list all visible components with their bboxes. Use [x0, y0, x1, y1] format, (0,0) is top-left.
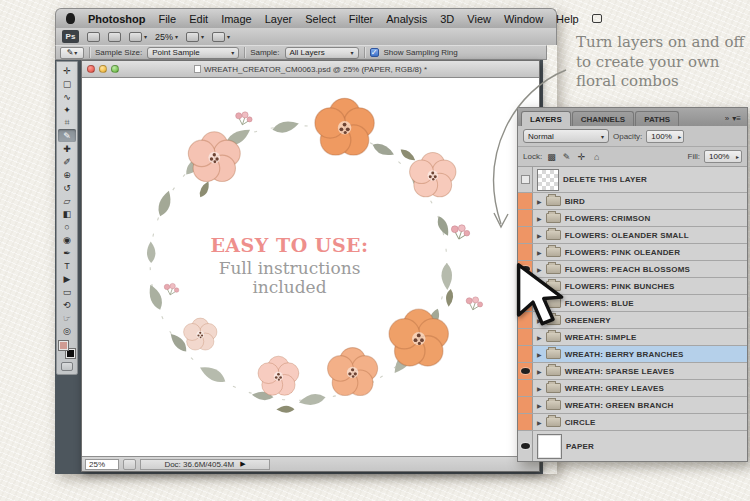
menu-layer[interactable]: Layer	[265, 13, 293, 25]
mini-bridge-icon[interactable]	[108, 32, 121, 42]
layer-row[interactable]: ▶FLOWERS: PINK BUNCHES	[518, 278, 747, 295]
menu-analysis[interactable]: Analysis	[386, 13, 427, 25]
tab-paths[interactable]: PATHS	[635, 111, 679, 126]
visibility-toggle[interactable]	[518, 244, 533, 260]
layer-row[interactable]: ▶GREENERY	[518, 312, 747, 329]
disclosure-triangle-icon[interactable]: ▶	[537, 266, 542, 273]
disclosure-triangle-icon[interactable]: ▶	[537, 300, 542, 307]
menu-edit[interactable]: Edit	[189, 13, 208, 25]
menu-file[interactable]: File	[158, 13, 176, 25]
menu-window[interactable]: Window	[504, 13, 543, 25]
menu-select[interactable]: Select	[305, 13, 336, 25]
fill-field[interactable]: 100%▸	[704, 150, 742, 163]
layer-row[interactable]: ▶FLOWERS: BLUE	[518, 295, 747, 312]
visibility-toggle[interactable]	[518, 295, 533, 311]
layer-row[interactable]: DELETE THIS LAYER	[518, 167, 747, 193]
tab-channels[interactable]: CHANNELS	[572, 111, 634, 126]
visibility-toggle[interactable]	[518, 210, 533, 226]
disclosure-triangle-icon[interactable]: ▶	[537, 419, 542, 426]
sample-dropdown[interactable]: All Layers▾	[285, 47, 359, 59]
menubar-status-icon[interactable]	[592, 14, 602, 23]
panel-collapse-icon[interactable]: »	[725, 114, 729, 123]
doc-size-indicator[interactable]: Doc: 36.6M/405.4M▶	[140, 459, 270, 470]
move-tool[interactable]: ✛	[58, 64, 76, 77]
disclosure-triangle-icon[interactable]: ▶	[537, 334, 542, 341]
menu-view[interactable]: View	[467, 13, 491, 25]
shape-tool[interactable]: ▭	[58, 285, 76, 298]
lock-paint-icon[interactable]: ✎	[561, 152, 572, 162]
disclosure-triangle-icon[interactable]: ▶	[537, 232, 542, 239]
visibility-toggle[interactable]	[518, 261, 533, 277]
disclosure-triangle-icon[interactable]: ▶	[537, 402, 542, 409]
disclosure-triangle-icon[interactable]: ▶	[537, 283, 542, 290]
foreground-color-swatch[interactable]	[58, 340, 69, 351]
gradient-tool[interactable]: ◧	[58, 207, 76, 220]
arrange-documents-dropdown[interactable]: ▾	[186, 32, 204, 42]
path-selection-tool[interactable]: ▶	[58, 272, 76, 285]
opacity-field[interactable]: 100%▸	[646, 130, 684, 143]
canvas[interactable]: EASY TO USE: Full instructions included	[82, 78, 539, 456]
visibility-toggle[interactable]	[518, 329, 533, 345]
quick-mask-icon[interactable]	[61, 362, 73, 371]
view-extras-dropdown[interactable]: ▾	[129, 32, 147, 42]
lasso-tool[interactable]: ∿	[58, 90, 76, 103]
panel-menu-icon[interactable]: ▾≡	[732, 114, 741, 123]
visibility-toggle[interactable]	[518, 167, 533, 192]
visibility-toggle[interactable]	[518, 431, 533, 461]
visibility-toggle[interactable]	[518, 312, 533, 328]
clone-stamp-tool[interactable]: ⊕	[58, 168, 76, 181]
status-icon[interactable]	[123, 459, 136, 470]
visibility-toggle[interactable]	[518, 227, 533, 243]
lock-position-icon[interactable]: ✛	[576, 152, 587, 162]
lock-all-icon[interactable]: ⌂	[591, 152, 602, 162]
history-brush-tool[interactable]: ↺	[58, 181, 76, 194]
marquee-tool[interactable]: ▢	[58, 77, 76, 90]
layer-row[interactable]: ▶WREATH: SIMPLE	[518, 329, 747, 346]
layer-row[interactable]: ▶FLOWERS: CRIMSON	[518, 210, 747, 227]
eraser-tool[interactable]: ▱	[58, 194, 76, 207]
disclosure-triangle-icon[interactable]: ▶	[537, 368, 542, 375]
menu-help[interactable]: Help	[556, 13, 579, 25]
screen-mode-dropdown[interactable]: ▾	[212, 32, 230, 42]
hand-tool[interactable]: ☞	[58, 311, 76, 324]
healing-brush-tool[interactable]: ✚	[58, 142, 76, 155]
visibility-toggle[interactable]	[518, 414, 533, 430]
status-zoom-field[interactable]: 25%	[85, 459, 119, 470]
menu-3d[interactable]: 3D	[440, 13, 454, 25]
zoom-level-dropdown[interactable]: 25%▾	[155, 32, 178, 42]
disclosure-triangle-icon[interactable]: ▶	[537, 215, 542, 222]
disclosure-triangle-icon[interactable]: ▶	[537, 249, 542, 256]
lock-transparency-icon[interactable]: ▩	[546, 152, 557, 162]
document-titlebar[interactable]: WREATH_CREATOR_CM0063.psd @ 25% (PAPER, …	[82, 61, 539, 78]
visibility-toggle[interactable]	[518, 278, 533, 294]
bridge-icon[interactable]	[87, 32, 100, 42]
layer-row[interactable]: ▶FLOWERS: PINK OLEANDER	[518, 244, 747, 261]
blur-tool[interactable]: ○	[58, 220, 76, 233]
tool-preset-picker[interactable]: ✎▾	[60, 47, 84, 59]
status-menu-arrow-icon[interactable]: ▶	[240, 460, 245, 468]
layer-row[interactable]: ▶BIRD	[518, 193, 747, 210]
layer-row[interactable]: ▶WREATH: GREY LEAVES	[518, 380, 747, 397]
blend-mode-dropdown[interactable]: Normal▾	[523, 129, 609, 143]
layer-row[interactable]: ▶FLOWERS: OLEANDER SMALL	[518, 227, 747, 244]
brush-tool[interactable]: ✐	[58, 155, 76, 168]
quick-selection-tool[interactable]: ✦	[58, 103, 76, 116]
visibility-toggle[interactable]	[518, 346, 533, 362]
visibility-toggle[interactable]	[518, 193, 533, 209]
disclosure-triangle-icon[interactable]: ▶	[537, 198, 542, 205]
menu-image[interactable]: Image	[221, 13, 252, 25]
menu-photoshop[interactable]: Photoshop	[88, 13, 145, 25]
disclosure-triangle-icon[interactable]: ▶	[537, 385, 542, 392]
visibility-toggle[interactable]	[518, 363, 533, 379]
layer-row[interactable]: ▶CIRCLE	[518, 414, 747, 431]
apple-menu-icon[interactable]	[66, 13, 75, 24]
disclosure-triangle-icon[interactable]: ▶	[537, 317, 542, 324]
pen-tool[interactable]: ✒	[58, 246, 76, 259]
visibility-toggle[interactable]	[518, 380, 533, 396]
visibility-toggle[interactable]	[518, 397, 533, 413]
disclosure-triangle-icon[interactable]: ▶	[537, 351, 542, 358]
type-tool[interactable]: T	[58, 259, 76, 272]
eyedropper-tool[interactable]: ✎	[58, 129, 76, 142]
tab-layers[interactable]: LAYERS	[521, 111, 571, 126]
rotate-view-tool[interactable]: ⟲	[58, 298, 76, 311]
